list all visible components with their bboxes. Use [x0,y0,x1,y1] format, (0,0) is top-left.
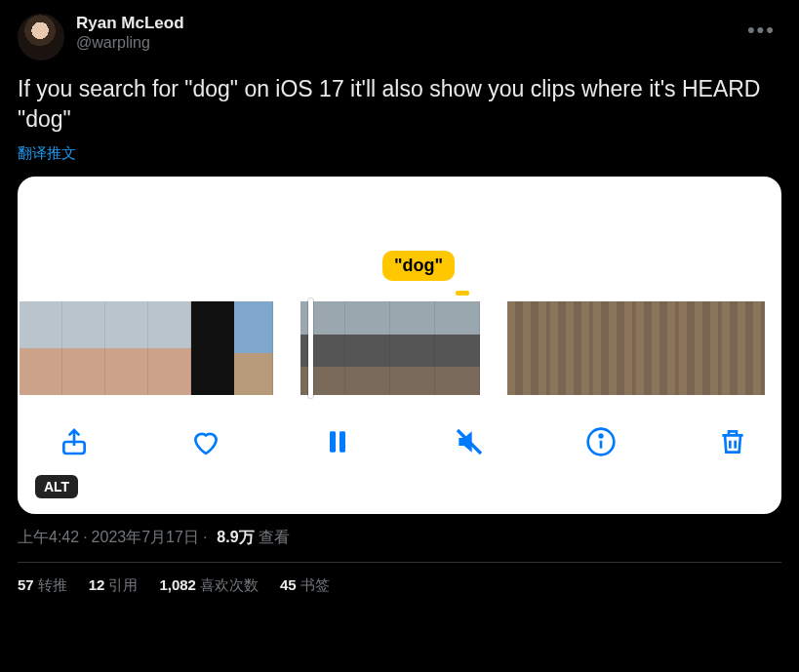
bookmarks-stat[interactable]: 45书签 [280,576,330,595]
media-card[interactable]: "dog" [18,177,781,514]
likes-count: 1,082 [159,576,196,593]
video-timeline[interactable] [18,301,781,395]
display-name: Ryan McLeod [76,14,730,33]
clip-thumb [722,301,765,395]
handle: @warpling [76,34,730,52]
bookmarks-label: 书签 [300,576,330,593]
clip-thumb [507,301,550,395]
heart-icon[interactable] [186,422,225,461]
playhead-tick [456,291,469,296]
bookmarks-count: 45 [280,576,297,593]
views-count: 8.9万 [217,528,254,548]
clip-thumb [679,301,722,395]
clip-thumb [300,301,345,395]
svg-rect-2 [340,431,345,452]
likes-label: 喜欢次数 [200,576,259,593]
post-time[interactable]: 上午4:42 [18,528,79,548]
svg-rect-1 [330,431,336,452]
more-icon[interactable]: ••• [741,14,781,47]
stats-row: 57转推 12引用 1,082喜欢次数 45书签 [18,576,781,595]
clip-thumb [435,301,480,395]
retweets-stat[interactable]: 57转推 [18,576,67,595]
retweets-count: 57 [18,576,34,593]
quotes-count: 12 [89,576,105,593]
retweets-label: 转推 [38,576,67,593]
tweet-text: If you search for "dog" on iOS 17 it'll … [18,74,781,135]
clip-thumb [62,301,105,395]
post-date[interactable]: 2023年7月17日 [92,528,199,548]
clip-group [507,301,765,395]
mute-icon[interactable] [450,422,489,461]
svg-point-6 [600,435,603,438]
clip-group [300,301,480,395]
quotes-label: 引用 [108,576,138,593]
clip-thumb [593,301,636,395]
media-toolbar [18,413,781,471]
clip-thumb [148,301,191,395]
trash-icon[interactable] [713,422,752,461]
clip-thumb [191,301,234,395]
info-icon[interactable] [581,422,620,461]
clip-thumb [636,301,679,395]
clip-thumb [105,301,148,395]
clip-thumb [390,301,435,395]
views-label: 查看 [259,528,290,548]
quotes-stat[interactable]: 12引用 [89,576,139,595]
divider [18,562,781,563]
clip-thumb [550,301,593,395]
dot: · [203,529,207,546]
clip-thumb [20,301,62,395]
pause-icon[interactable] [318,422,357,461]
clip-thumb [234,301,273,395]
clip-thumb [345,301,390,395]
search-badge: "dog" [382,251,455,281]
avatar[interactable] [18,14,64,60]
playhead-icon[interactable] [308,298,313,398]
meta-line: 上午4:42 · 2023年7月17日 · 8.9万 查看 [18,528,781,548]
share-icon[interactable] [55,422,94,461]
alt-badge[interactable]: ALT [35,475,78,498]
translate-link[interactable]: 翻译推文 [18,144,781,163]
likes-stat[interactable]: 1,082喜欢次数 [159,576,259,595]
dot: · [83,529,87,546]
clip-group [20,301,273,395]
author-names[interactable]: Ryan McLeod @warpling [76,14,730,52]
tweet-header: Ryan McLeod @warpling ••• [18,14,781,60]
